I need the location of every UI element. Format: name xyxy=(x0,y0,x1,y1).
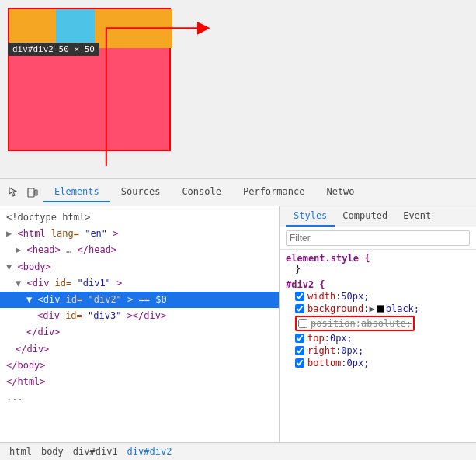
top-prop-value: 0px; xyxy=(330,333,353,344)
html-line-div1[interactable]: ▼ <div id= "div1" > xyxy=(0,275,279,292)
bottom-checkbox[interactable] xyxy=(295,358,304,368)
element-style-close: } xyxy=(286,264,470,275)
position-colon: : xyxy=(356,318,361,329)
div2-selector-text: #div2 { xyxy=(286,279,325,290)
preview-area: div#div2 50 × 50 xyxy=(0,0,476,178)
html-panel[interactable]: <!doctype html> ▶ <html lang= "en" > ▶ <… xyxy=(0,206,280,442)
html-line-head[interactable]: ▶ <head> … </head> xyxy=(0,242,279,258)
styles-panel: Styles Computed Event element.style { } xyxy=(280,206,476,442)
tab-elements[interactable]: Elements xyxy=(43,182,110,202)
div1-tag-close: > xyxy=(116,278,122,289)
right-prop-name: right xyxy=(307,345,335,356)
three-dots-indicator: ... xyxy=(0,390,279,404)
styles-tabs: Styles Computed Event xyxy=(280,206,476,227)
top-checkbox[interactable] xyxy=(295,334,304,343)
triangle-div2: ▼ xyxy=(26,294,37,305)
breadcrumb-div1[interactable]: div#div1 xyxy=(70,445,121,458)
tab-network[interactable]: Netwo xyxy=(315,182,365,202)
top-colon: : xyxy=(325,333,330,344)
breadcrumb-body[interactable]: body xyxy=(38,445,67,458)
style-prop-bottom: bottom : 0px; xyxy=(286,357,470,369)
triangle-head: ▶ xyxy=(16,244,26,255)
html-line-html-close[interactable]: </html> xyxy=(0,374,279,390)
element-style-brace-close: } xyxy=(295,264,301,275)
triangle-body: ▼ xyxy=(6,261,17,272)
element-style-rule: element.style { } xyxy=(286,253,470,275)
width-colon: : xyxy=(335,291,341,302)
bottom-prop-value: 0px; xyxy=(347,358,370,368)
styles-filter-input[interactable] xyxy=(286,230,470,246)
div3-tag-close: ></div> xyxy=(127,310,167,321)
html-tag-open: <html xyxy=(17,228,50,239)
styles-filter-container xyxy=(280,227,476,250)
tab-performance[interactable]: Performance xyxy=(232,182,315,202)
width-checkbox[interactable] xyxy=(295,292,304,301)
style-prop-top: top : 0px; xyxy=(286,332,470,344)
div2-tag-open: <div xyxy=(37,294,65,305)
html-line-html[interactable]: ▶ <html lang= "en" > xyxy=(0,226,279,242)
right-prop-value: 0px; xyxy=(341,345,363,356)
styles-tab-styles[interactable]: Styles xyxy=(286,206,335,227)
div1-close-tag: </div> xyxy=(16,344,49,355)
div3-attr: id= xyxy=(65,310,82,321)
triangle-html: ▶ xyxy=(6,228,17,239)
html-line-div2[interactable]: ▼ <div id= "div2" > == $0 xyxy=(0,292,279,308)
styles-tab-computed[interactable]: Computed xyxy=(335,206,395,227)
inspect-icon[interactable] xyxy=(6,185,22,200)
svg-rect-0 xyxy=(28,188,34,197)
position-checkbox[interactable] xyxy=(298,319,307,328)
width-prop-name: width xyxy=(307,291,335,302)
div1-tag-open: <div xyxy=(26,278,54,289)
style-prop-right: right : 0px; xyxy=(286,344,470,357)
right-colon: : xyxy=(335,345,341,356)
style-prop-position: position : absolute; xyxy=(286,315,470,332)
html-value-en: "en" xyxy=(85,228,107,239)
background-arrow: ▶ xyxy=(369,303,374,314)
element-style-selector-text: element.style { xyxy=(286,253,370,264)
right-checkbox[interactable] xyxy=(295,346,304,355)
tab-sources[interactable]: Sources xyxy=(110,182,172,202)
background-checkbox[interactable] xyxy=(295,304,304,313)
html-close-tag: </html> xyxy=(6,376,46,387)
device-icon[interactable] xyxy=(25,185,40,200)
breadcrumb-div2[interactable]: div#div2 xyxy=(124,445,175,458)
div2-close-tag: </div> xyxy=(26,327,60,337)
div2-selector-line: #div2 { xyxy=(286,279,470,290)
div2-tag-close: > == $0 xyxy=(127,294,167,305)
tab-console[interactable]: Console xyxy=(171,182,232,202)
background-colon: : xyxy=(363,303,369,314)
html-line-div3[interactable]: <div id= "div3" ></div> xyxy=(0,308,279,324)
background-prop-name: background xyxy=(307,303,363,314)
breadcrumb-html[interactable]: html xyxy=(6,445,35,458)
div1-attr: id= xyxy=(55,278,72,289)
html-line-body-close[interactable]: </body> xyxy=(0,358,279,374)
div2-style-rule: #div2 { width : 50px; background : xyxy=(286,279,470,369)
html-line-div2-close[interactable]: </div> xyxy=(0,324,279,341)
triangle-div1: ▼ xyxy=(16,278,26,289)
div-label: div#div2 50 × 50 xyxy=(8,43,99,56)
breadcrumb: html body div#div1 div#div2 xyxy=(0,442,476,460)
html-tag-close-inline: > xyxy=(113,228,118,239)
background-prop-value: black; xyxy=(386,303,419,314)
color-swatch-black[interactable] xyxy=(377,305,384,313)
head-close-tag: </head> xyxy=(78,244,117,255)
sim-div1 xyxy=(8,8,171,151)
head-ellipsis: … xyxy=(66,244,71,255)
html-attr-lang: lang= xyxy=(51,228,79,239)
body-close-tag: </body> xyxy=(6,360,46,371)
body-tag: <body> xyxy=(17,261,50,272)
styles-content: element.style { } #div2 { width : xyxy=(280,250,476,377)
devtools-tabs: Elements Sources Console Performance Net… xyxy=(43,182,366,202)
styles-tab-event[interactable]: Event xyxy=(395,206,439,227)
style-prop-background: background : ▶ black; xyxy=(286,303,470,315)
bottom-prop-name: bottom xyxy=(307,358,341,368)
html-line-div1-close[interactable]: </div> xyxy=(0,341,279,358)
div2-attr: id= xyxy=(66,294,83,305)
html-line-body-open[interactable]: ▼ <body> xyxy=(0,259,279,275)
devtools-panel: Elements Sources Console Performance Net… xyxy=(0,178,476,460)
svg-rect-1 xyxy=(35,190,37,195)
element-style-selector: element.style { xyxy=(286,253,470,264)
html-line-doctype[interactable]: <!doctype html> xyxy=(0,209,279,226)
width-prop-value: 50px; xyxy=(341,291,369,302)
div3-value: "div3" xyxy=(88,310,121,321)
